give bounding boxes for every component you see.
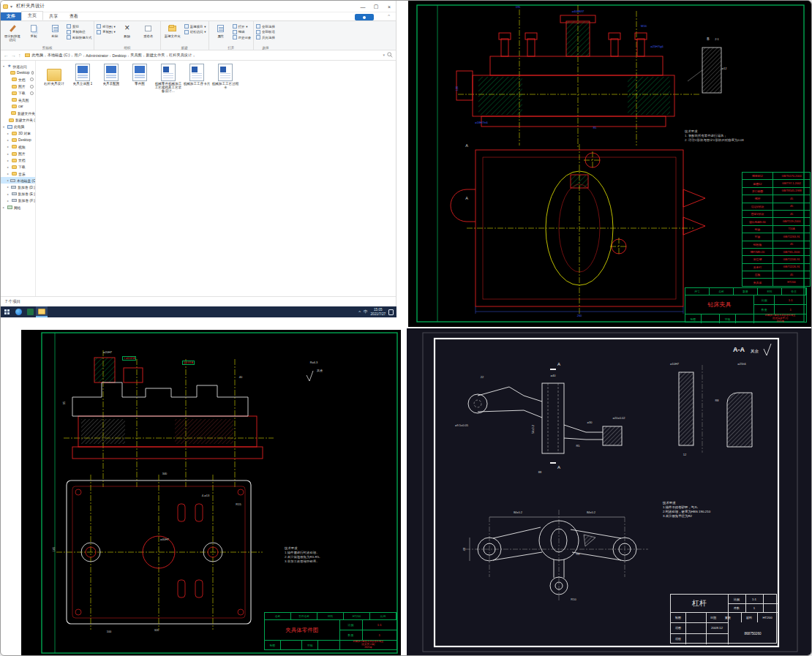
invert-selection-button[interactable]: 反向选择: [256, 35, 275, 39]
drive-icon: [12, 199, 17, 202]
clock-date: 2021/7/27: [371, 312, 386, 316]
sidebar-this-pc[interactable]: ▾此电脑: [1, 124, 35, 130]
copy-icon: [31, 25, 37, 32]
breadcrumb-segment[interactable]: Administrator›: [86, 53, 112, 58]
address-bar[interactable]: ← → ↑ 此电脑›本地磁盘 (C:)›用户›Administrator›Des…: [1, 50, 396, 61]
copy-to-button[interactable]: 复制到 ▾: [97, 30, 115, 34]
notification-center-icon[interactable]: [388, 309, 394, 315]
sidebar-network[interactable]: ▸网络: [1, 204, 35, 211]
input-language-indicator[interactable]: 中: [364, 309, 368, 314]
sidebar-item[interactable]: 图片: [1, 83, 35, 90]
breadcrumb[interactable]: 此电脑›本地磁盘 (C:)›用户›Administrator›Desktop›夹…: [32, 53, 196, 58]
item-count: 7 个项目: [5, 299, 20, 304]
select-all-button[interactable]: 全部选择: [256, 24, 275, 29]
pin-quick-access-button[interactable]: 固定到快速访问: [3, 23, 22, 44]
sidebar-item[interactable]: Desktop: [1, 69, 35, 76]
maximize-button[interactable]: ▢: [369, 1, 383, 12]
forward-icon[interactable]: →: [11, 53, 16, 58]
breadcrumb-segment[interactable]: Desktop›: [113, 53, 131, 58]
easy-access-button[interactable]: 轻松访问 ▾: [184, 30, 206, 34]
taskbar-app-button[interactable]: [24, 306, 36, 317]
file-item[interactable]: 机械零件机械加工工艺规程及工艺装备设计…: [154, 64, 182, 94]
properties-button[interactable]: 属性: [211, 23, 230, 44]
tray-caret-icon[interactable]: ^: [358, 310, 361, 314]
bom-row: 活动V形块45: [743, 203, 811, 211]
sidebar-item[interactable]: ▸ Desktop: [1, 137, 35, 143]
select-none-icon: [256, 30, 260, 34]
file-item[interactable]: 夹具装配图: [97, 64, 125, 86]
back-icon[interactable]: ←: [4, 53, 9, 58]
taskbar-browser-button[interactable]: [12, 306, 24, 317]
sidebar-item[interactable]: ▸ 文档: [1, 157, 35, 164]
start-button[interactable]: [1, 306, 12, 317]
sidebar-item[interactable]: car: [1, 103, 35, 110]
sidebar-item[interactable]: ▸ 图片: [1, 150, 35, 157]
sidebar-item[interactable]: ▸ 3D 对象: [1, 130, 35, 137]
edit-button[interactable]: 编辑: [233, 30, 252, 34]
minimize-button[interactable]: —: [356, 1, 369, 12]
sidebar-item[interactable]: ▸ 新加卷 (F:): [1, 197, 35, 204]
dim-label: 54±0.2: [531, 425, 535, 434]
ribbon-group-organize: 移动到 ▾ 复制到 ▾ × 删除 重命名 组织: [94, 21, 160, 50]
close-button[interactable]: ×: [383, 1, 396, 12]
delete-button[interactable]: × 删除: [118, 23, 137, 44]
select-none-button[interactable]: 全部取消: [256, 30, 275, 34]
tab-file[interactable]: 文件: [1, 12, 21, 20]
breadcrumb-segment[interactable]: 新建文件夹›: [146, 53, 169, 58]
sidebar-item[interactable]: ▸ 下载: [1, 164, 35, 170]
paste-shortcut-button[interactable]: 粘贴快捷方式: [67, 35, 91, 39]
lever-title-block: 杠杆 比例 1:1 件数 1 制图 日期 重量 材料 HT200 描图 2009…: [670, 594, 777, 644]
open-button[interactable]: 打开 ▾: [233, 24, 252, 29]
sidebar-item[interactable]: 夹具图: [1, 97, 35, 103]
up-icon[interactable]: ↑: [18, 53, 21, 58]
breadcrumb-segment[interactable]: 本地磁盘 (C:)›: [48, 53, 75, 58]
collapse-ribbon-icon[interactable]: ^: [388, 14, 390, 18]
sidebar-quick-access[interactable]: ▾★快速访问: [1, 63, 35, 69]
sidebar-item[interactable]: ▸ 新加卷 (D:): [1, 184, 35, 190]
title-bar[interactable]: ▾ 杠杆夹具设计 — ▢ ×: [1, 1, 396, 12]
address-caret-icon[interactable]: ▾: [383, 53, 385, 57]
move-to-button[interactable]: 移动到 ▾: [97, 24, 115, 29]
folder-icon: [3, 4, 8, 9]
tab-home[interactable]: 主页: [21, 11, 43, 20]
copy-to-icon: [97, 30, 101, 34]
breadcrumb-segment[interactable]: 夹具图›: [130, 53, 146, 58]
taskbar-clock[interactable]: 15:05 2021/7/27: [371, 308, 386, 316]
file-item[interactable]: 机械加工工序卡片: [183, 64, 211, 86]
history-button[interactable]: 历史记录: [233, 35, 252, 39]
sidebar-item[interactable]: ▸ 新加卷 (E:): [1, 191, 35, 197]
cad-fixture-drawing: ⌖ ø0.02 A ∥ 0.03 A 其余 Ra6.3 340 95 ø20H7…: [21, 330, 401, 656]
copy-button[interactable]: 复制: [24, 23, 43, 44]
file-item[interactable]: 零件图: [126, 64, 154, 86]
quick-access-toolbar-caret-icon[interactable]: ▾: [10, 4, 12, 9]
sidebar-item[interactable]: 新建文件夹 (2): [1, 117, 35, 124]
sidebar-item[interactable]: 新建文件夹: [1, 110, 35, 116]
sidebar-item[interactable]: ▸ 音乐: [1, 170, 35, 177]
sidebar-item[interactable]: ▸ 视频: [1, 143, 35, 150]
sidebar-item[interactable]: 文档: [1, 76, 35, 83]
breadcrumb-segment[interactable]: 杠杆夹具设计›: [169, 53, 196, 58]
cut-button[interactable]: 剪切: [67, 24, 91, 29]
breadcrumb-segment[interactable]: 用户›: [74, 53, 86, 58]
signin-button[interactable]: [355, 14, 374, 20]
tab-view[interactable]: 查看: [64, 12, 84, 20]
section-mark: A: [557, 465, 560, 470]
breadcrumb-segment[interactable]: 此电脑›: [32, 53, 48, 58]
search-icon[interactable]: [387, 52, 393, 58]
paste-button[interactable]: 粘贴: [45, 23, 64, 44]
windows-logo-icon: [4, 309, 10, 314]
taskbar-explorer-button[interactable]: [36, 306, 48, 317]
new-folder-button[interactable]: 新建文件夹: [163, 23, 182, 44]
file-item[interactable]: 杠杆夹具设计: [40, 64, 68, 86]
copy-path-button[interactable]: 复制路径: [67, 30, 91, 34]
sidebar-item[interactable]: 下载: [1, 90, 35, 97]
new-item-button[interactable]: 新建项目 ▾: [184, 24, 206, 29]
tab-share[interactable]: 共享: [43, 12, 64, 20]
file-item[interactable]: 夹具立体图 1: [69, 64, 97, 86]
rename-button[interactable]: 重命名: [139, 23, 158, 44]
dim-label: ø30: [587, 421, 593, 424]
file-list[interactable]: 杠杆夹具设计夹具立体图 1夹具装配图零件图机械零件机械加工工艺规程及工艺装备设计…: [36, 61, 396, 296]
file-item[interactable]: 机械加工工艺过程卡: [211, 64, 239, 89]
folder-icon: [12, 98, 17, 102]
sidebar-item[interactable]: ▸ 本地磁盘 (C:): [1, 177, 35, 184]
